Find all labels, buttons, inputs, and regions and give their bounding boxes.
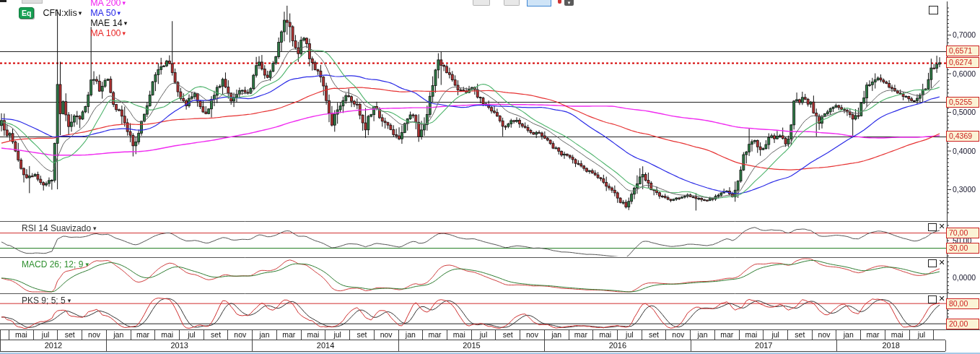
month-cell: jan bbox=[691, 330, 715, 340]
ma-selector-label: MA 50 bbox=[90, 8, 115, 18]
symbol-selector[interactable]: CFN:xlis ▾ bbox=[43, 8, 82, 18]
month-cell: nov bbox=[375, 330, 399, 340]
ma-selector-label: MA 200 bbox=[90, 0, 121, 8]
month-cell: mai bbox=[740, 330, 764, 340]
macd-maximize-icon[interactable] bbox=[928, 259, 937, 267]
chevron-down-icon: ▾ bbox=[79, 10, 82, 17]
year-cell: 2013 bbox=[107, 340, 253, 351]
month-cell: mai bbox=[593, 330, 618, 340]
macd-close-icon[interactable]: ✕ bbox=[937, 259, 946, 267]
macd-zero-label: 0,0000 bbox=[953, 273, 980, 282]
month-cell: jul bbox=[34, 330, 58, 340]
price-level-badge: 0,4369 bbox=[946, 131, 979, 142]
month-cell: mar bbox=[861, 330, 885, 340]
month-cell: set bbox=[496, 330, 520, 340]
pks-level-badge: 20,00 bbox=[946, 319, 979, 329]
month-cell: set bbox=[642, 330, 667, 340]
month-cell: mai bbox=[9, 330, 34, 340]
month-cell: nov bbox=[520, 330, 545, 340]
month-cell: set bbox=[204, 330, 229, 340]
month-cell: mai bbox=[302, 330, 326, 340]
month-cell: mar bbox=[131, 330, 156, 340]
macd-indicator-selector[interactable]: MACD 26; 12; 9 ▾ bbox=[22, 259, 89, 269]
month-cell: jan bbox=[545, 330, 569, 340]
month-cell: jul bbox=[325, 330, 350, 340]
toolbar-fragment-button[interactable] bbox=[473, 0, 490, 6]
month-cell: nov bbox=[666, 330, 691, 340]
month-cell: set bbox=[788, 330, 813, 340]
ma-selector-ma-50[interactable]: MA 50▾ bbox=[90, 8, 127, 18]
rsi-indicator-selector[interactable]: RSI 14 Suavizado ▾ bbox=[22, 223, 97, 233]
chevron-down-icon: ▾ bbox=[68, 298, 71, 304]
toolbar-fragment-button[interactable] bbox=[504, 0, 520, 6]
year-cell: 2017 bbox=[691, 340, 837, 351]
month-cell: jul bbox=[618, 330, 642, 340]
price-tick-label: 0,5000 bbox=[953, 108, 980, 116]
month-cell: mai bbox=[447, 330, 472, 340]
year-cell: 2012 bbox=[1, 340, 107, 351]
month-cell-partial bbox=[1, 330, 9, 340]
pks-level-badge: 80,00 bbox=[946, 298, 979, 309]
charting-app-window: ▾ Eq CFN:xlis ▾ MA 20▾MA 200▾MA 50▾MAE 1… bbox=[0, 0, 980, 354]
year-cell: 2016 bbox=[545, 340, 691, 351]
price-tick-label: 0,6000 bbox=[953, 69, 980, 78]
month-cell: jan bbox=[253, 330, 277, 340]
ma-selector-mae-14[interactable]: MAE 14▾ bbox=[90, 18, 127, 28]
rsi-level-badge: 30,00 bbox=[946, 243, 979, 254]
price-tick-label: 0,4000 bbox=[953, 147, 980, 155]
price-level-badge: 0,6274 bbox=[946, 57, 979, 68]
month-cell: jan bbox=[399, 330, 424, 340]
month-cell: mar bbox=[569, 330, 594, 340]
rsi-maximize-icon[interactable] bbox=[928, 223, 937, 231]
month-cell: nov bbox=[813, 330, 837, 340]
month-cell: jul bbox=[764, 330, 788, 340]
pks-title: PKS 9; 5; 5 bbox=[22, 295, 66, 306]
toolbar-fragment-dropdown-button[interactable]: ▾ bbox=[564, 0, 574, 6]
price-tick-label: 0,7000 bbox=[953, 30, 980, 39]
month-cell: jul bbox=[180, 330, 204, 340]
price-tick-label: 0,3000 bbox=[953, 185, 980, 194]
ma-selector-label: MAE 14 bbox=[90, 18, 122, 28]
month-cell: jan bbox=[107, 330, 131, 340]
rsi-close-icon[interactable]: ✕ bbox=[937, 223, 946, 230]
pks-maximize-icon[interactable] bbox=[928, 295, 937, 303]
month-cell: set bbox=[58, 330, 82, 340]
toolbar-fragment-icon[interactable] bbox=[0, 0, 6, 2]
pks-close-icon[interactable]: ✕ bbox=[937, 295, 946, 303]
month-cell: nov bbox=[82, 330, 107, 340]
symbol-label: CFN:xlis bbox=[43, 8, 76, 18]
chevron-down-icon: ▾ bbox=[123, 30, 126, 37]
month-cell: jan bbox=[836, 330, 861, 340]
year-cell: 2014 bbox=[253, 340, 398, 351]
month-cell: mai bbox=[155, 330, 180, 340]
maximize-icon[interactable] bbox=[929, 6, 938, 14]
month-cell: jul bbox=[910, 330, 935, 340]
month-axis-row: maijulsetnovjanmarmaijulsetnovjanmarmaij… bbox=[0, 329, 945, 340]
month-cell: set bbox=[350, 330, 375, 340]
month-cell: mai bbox=[885, 330, 910, 340]
chevron-down-icon: ▾ bbox=[85, 262, 89, 268]
pks-indicator-selector[interactable]: PKS 9; 5; 5 ▾ bbox=[22, 295, 71, 306]
year-cell: 2015 bbox=[399, 340, 545, 351]
toolbar-fragment-active-tool[interactable] bbox=[527, 0, 551, 7]
month-cell: jul bbox=[472, 330, 496, 340]
month-cell: mar bbox=[715, 330, 740, 340]
chevron-down-icon: ▾ bbox=[123, 0, 126, 7]
ma-selector-group: MA 20▾MA 200▾MA 50▾MAE 14▾MA 100▾ bbox=[84, 0, 127, 38]
rsi-title: RSI 14 Suavizado bbox=[22, 223, 91, 233]
chevron-down-icon: ▾ bbox=[93, 225, 97, 232]
month-cell-empty bbox=[934, 330, 945, 340]
year-axis-row: 2012201320142015201620172018 bbox=[0, 340, 945, 352]
macd-title: MACD 26; 12; 9 bbox=[22, 259, 83, 269]
chart-header: Eq CFN:xlis ▾ MA 20▾MA 200▾MA 50▾MAE 14▾… bbox=[19, 7, 127, 20]
price-level-badge: 0,6571 bbox=[946, 46, 979, 56]
ma-selector-ma-100[interactable]: MA 100▾ bbox=[90, 28, 127, 38]
price-chart-canvas[interactable] bbox=[0, 0, 980, 354]
toolbar-fragment-record-icon[interactable] bbox=[558, 0, 561, 4]
chevron-down-icon: ▾ bbox=[118, 10, 121, 17]
equity-badge: Eq bbox=[19, 7, 34, 19]
ma-selector-ma-200[interactable]: MA 200▾ bbox=[90, 0, 127, 8]
toolbar-fragment-button[interactable] bbox=[22, 0, 43, 4]
chevron-down-icon: ▾ bbox=[124, 20, 128, 27]
ma-selector-label: MA 100 bbox=[90, 28, 121, 38]
